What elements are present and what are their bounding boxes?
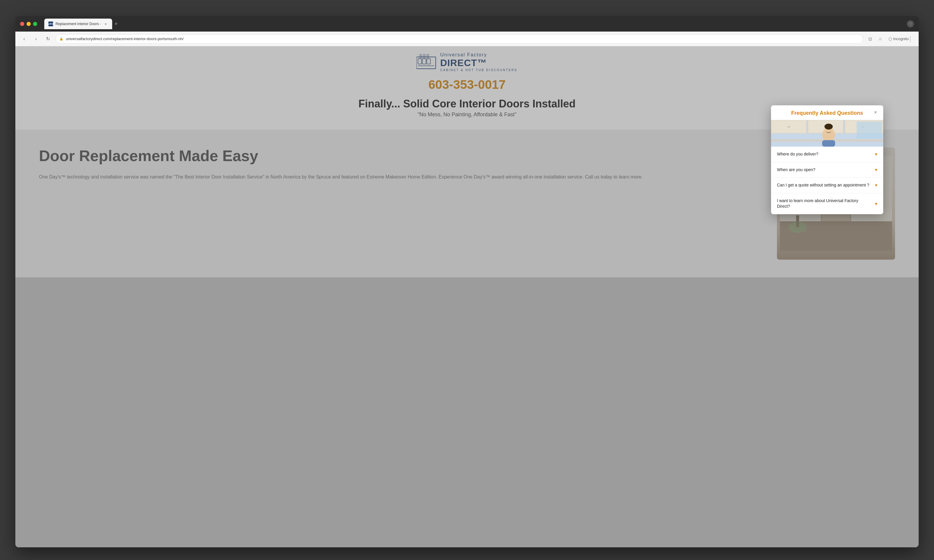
tab-label: Replacement Interior Doors - — [55, 22, 101, 26]
title-bar: UFD Replacement Interior Doors - ✕ + ▽ — [15, 16, 919, 32]
new-tab-button[interactable]: + — [114, 21, 118, 27]
browser-window: UFD Replacement Interior Doors - ✕ + ▽ ‹… — [15, 16, 919, 547]
svg-point-29 — [825, 124, 833, 129]
faq-header-image — [771, 120, 883, 147]
toolbar: ‹ › ↻ 🔒 universalfactorydirect.com/repla… — [15, 32, 919, 46]
bookmark-icon[interactable]: ☆ — [877, 35, 884, 43]
window-control[interactable]: ▽ — [907, 20, 914, 28]
address-bar[interactable]: 🔒 universalfactorydirect.com/replacement… — [55, 34, 863, 44]
cast-icon[interactable]: ⊡ — [867, 35, 874, 43]
active-tab[interactable]: UFD Replacement Interior Doors - ✕ — [44, 18, 112, 29]
incognito-icon: Incognito — [897, 35, 904, 43]
faq-header: Frequently Asked Questions × — [771, 105, 883, 120]
minimize-button[interactable] — [26, 22, 31, 26]
faq-question-2: When are you open? — [777, 167, 872, 173]
traffic-lights — [20, 22, 37, 26]
maximize-button[interactable] — [33, 22, 37, 26]
faq-chevron-1: ▾ — [875, 151, 877, 157]
faq-title: Frequently Asked Questions — [791, 110, 863, 116]
faq-question-3: Can I get a quote without setting an app… — [777, 182, 872, 188]
incognito-label: Incognito — [893, 37, 909, 41]
forward-button[interactable]: › — [32, 35, 40, 43]
faq-item-4[interactable]: I want to learn more about Universal Fac… — [771, 193, 883, 214]
faq-chevron-3: ▾ — [875, 182, 877, 188]
faq-chevron-4: ▾ — [875, 201, 877, 206]
menu-button[interactable]: ⋮ — [907, 35, 914, 43]
tab-favicon: UFD — [48, 22, 53, 26]
faq-close-button[interactable]: × — [872, 109, 879, 116]
toolbar-right: ⊡ ☆ ⬡ Incognito ⋮ — [867, 35, 914, 43]
svg-rect-27 — [822, 140, 835, 147]
faq-question-4: I want to learn more about Universal Fac… — [777, 198, 872, 209]
faq-item-2[interactable]: When are you open? ▾ — [771, 162, 883, 178]
tab-area: UFD Replacement Interior Doors - ✕ + — [44, 18, 903, 29]
tab-close-icon[interactable]: ✕ — [103, 22, 108, 26]
refresh-button[interactable]: ↻ — [44, 35, 52, 43]
back-button[interactable]: ‹ — [20, 35, 28, 43]
extension-icon[interactable]: ⬡ — [887, 35, 894, 43]
faq-items-list: Where do you deliver? ▾ When are you ope… — [771, 147, 883, 214]
page-content: Universal Factory DIRECT™ CABINET & HOT … — [15, 46, 919, 547]
faq-question-1: Where do you deliver? — [777, 151, 872, 157]
svg-rect-21 — [787, 126, 790, 127]
url-text: universalfactorydirect.com/replacement-i… — [66, 37, 183, 41]
faq-item-3[interactable]: Can I get a quote without setting an app… — [771, 178, 883, 193]
faq-modal: Frequently Asked Questions × — [771, 105, 883, 214]
faq-item-1[interactable]: Where do you deliver? ▾ — [771, 147, 883, 162]
faq-chevron-2: ▾ — [875, 167, 877, 172]
lock-icon: 🔒 — [59, 37, 63, 41]
svg-rect-25 — [857, 122, 882, 138]
close-button[interactable] — [20, 22, 24, 26]
